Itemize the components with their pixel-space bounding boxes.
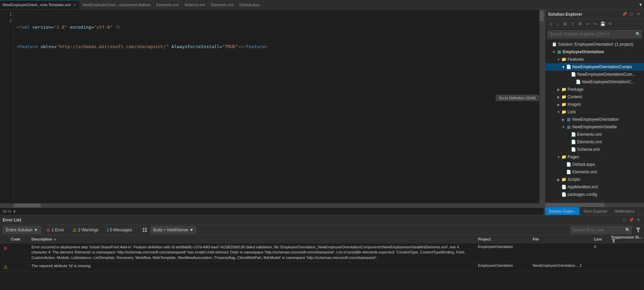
error-filter-icon-btn[interactable]	[635, 227, 641, 233]
panel-pin-btn[interactable]: 📌	[621, 11, 628, 17]
error-search-area: 🔍	[570, 226, 632, 234]
error-panel-undock-btn[interactable]: ⬡	[621, 217, 628, 223]
se-item-elements-xml-2[interactable]: 📄 Elements.xml	[545, 138, 644, 146]
warning-count-btn[interactable]: ⚠ 2 Warnings	[69, 226, 102, 234]
tab-default-aspx[interactable]: Default.aspx	[237, 0, 263, 9]
warning-desc-cell: The required attribute 'Id' is missing.	[30, 263, 477, 269]
se-item-employeeorientation[interactable]: ▼ ▦ EmployeeOrientation	[545, 48, 644, 56]
se-hscrollbar[interactable]	[545, 203, 644, 207]
se-item-lists[interactable]: ▼ 📁 Lists	[545, 108, 644, 116]
se-item-appmanifest[interactable]: 📄 AppManifest.xml	[545, 183, 644, 191]
se-label: NewEmployeeOrientationC...	[582, 79, 635, 84]
message-count-label: 0 Messages	[110, 228, 132, 232]
zoom-level[interactable]: 99 %	[3, 209, 11, 214]
se-item-newemployeeorientationcom[interactable]: 📄 NewEmployeeOrientationCom...	[545, 71, 644, 78]
folder-icon: 📁	[561, 102, 566, 107]
tab-overflow-btn[interactable]: ▼	[637, 0, 644, 9]
se-item-scripts[interactable]: ▶ 📁 Scripts	[545, 176, 644, 183]
se-item-newemployeeorientationc[interactable]: 📄 NewEmployeeOrientationC...	[545, 78, 644, 86]
col-header-code[interactable]: Code	[10, 237, 30, 241]
col-header-project[interactable]: Project	[477, 237, 531, 241]
warning-file-cell: NewEmployeeOrientation... 2	[531, 263, 593, 268]
folder-icon: 📁	[561, 57, 566, 62]
panel-undock-btn[interactable]: ⬡	[628, 11, 634, 17]
se-back-btn[interactable]: ◁	[547, 20, 554, 27]
tab-close-btn[interactable]: ✕	[72, 2, 77, 7]
error-panel-close-btn[interactable]: ✕	[635, 217, 641, 223]
line-numbers: 1 2	[0, 10, 14, 203]
col-header-line[interactable]: Line	[593, 237, 610, 241]
build-filter-dropdown[interactable]: Build + IntelliSense ▼	[151, 226, 196, 234]
se-item-newemployeesinseattle[interactable]: ▼ ▦ NewEmployeesInSeattle	[545, 123, 644, 131]
error-search-input[interactable]	[570, 226, 632, 234]
se-label: Schema.xml	[577, 147, 600, 152]
se-item-newemployeeorientation-list[interactable]: ▶ ▦ NewEmployeeOrientation	[545, 116, 644, 123]
tab-notifications[interactable]: Notifications	[611, 207, 639, 215]
error-table-header: Code Description ▲ Project File Line Sup…	[0, 235, 644, 243]
col-header-suppression[interactable]: Suppression St...	[610, 235, 644, 243]
editor-scrollbar-vertical[interactable]	[540, 10, 544, 203]
se-item-pages[interactable]: ▼ 📁 Pages	[545, 153, 644, 161]
build-filter-label: Build + IntelliSense	[153, 228, 188, 232]
message-count-btn[interactable]: ℹ 0 Messages	[104, 226, 135, 234]
se-item-default-aspx[interactable]: 📄 Default.aspx	[545, 161, 644, 168]
error-row-2[interactable]: ⚠ The required attribute 'Id' is missing…	[0, 262, 644, 272]
se-undo-btn[interactable]: ↩	[584, 20, 591, 27]
se-item-schema-xml[interactable]: 📄 Schema.xml	[545, 146, 644, 153]
se-search-input[interactable]	[547, 30, 642, 38]
se-item-newemployeeorientationcompo[interactable]: ▼ 📄 NewEmployeeOrientationCompo	[545, 63, 644, 71]
tab-schema-xml[interactable]: Schema.xml	[182, 0, 208, 9]
filter-icon	[612, 239, 615, 243]
se-home-btn[interactable]: ⌂	[554, 20, 561, 27]
build-tools-icon	[142, 227, 148, 233]
error-panel-pin-btn[interactable]: 📌	[628, 217, 634, 223]
se-item-package[interactable]: ▶ 📁 Package	[545, 86, 644, 93]
editor-hscroll[interactable]	[0, 203, 544, 207]
se-save-btn[interactable]: 💾	[599, 20, 606, 27]
se-label: Features	[568, 57, 584, 62]
se-redo-btn[interactable]: ↪	[592, 20, 599, 27]
se-item-packages-config[interactable]: 📄 packages.config	[545, 191, 644, 198]
tab-team-explorer[interactable]: Team Explorer	[580, 207, 611, 215]
error-row-1[interactable]: ⊗ Error occurred in deployment step 'Ins…	[0, 243, 644, 262]
tab-solution-explorer[interactable]: Solution Explo...	[545, 207, 580, 215]
tab-elements-xml-1[interactable]: Elements.xml	[153, 0, 182, 9]
error-filter-dropdown[interactable]: Entire Solution ▼	[3, 226, 41, 234]
zoom-dropdown-icon[interactable]: ▼	[13, 209, 16, 214]
error-panel-title: Error List	[3, 218, 21, 222]
panel-close-btn[interactable]: ✕	[635, 11, 641, 17]
tab-template-xml[interactable]: NewEmployeeOrient...ents.Template.xml ✕	[0, 0, 80, 9]
spacer	[566, 72, 571, 77]
sort-asc-icon: ▲	[54, 237, 57, 241]
col-header-file[interactable]: File	[531, 237, 593, 241]
se-item-elements-xml-1[interactable]: 📄 Elements.xml	[545, 131, 644, 138]
se-item-features[interactable]: ▼ 📁 Features	[545, 56, 644, 63]
svg-rect-2	[143, 230, 144, 232]
spacer	[566, 132, 571, 137]
se-label: Images	[568, 102, 581, 107]
se-item-solution[interactable]: 📋 Solution 'EmployeeOrientation' (1 proj…	[545, 41, 644, 48]
xml-icon: 📄	[571, 139, 576, 145]
chevron-icon	[547, 42, 551, 47]
se-gear-btn[interactable]: ⚙	[577, 20, 584, 27]
se-item-elements-pages[interactable]: 📄 Elements.xml	[545, 168, 644, 176]
spacer	[556, 185, 561, 189]
minimap-tooltip: Go to Definition (Shift)	[496, 95, 539, 101]
xml-icon: 📄	[566, 169, 571, 175]
code-editor[interactable]: <?xml version="1.0" encoding="utf-8" ?> …	[14, 10, 540, 203]
error-file-cell	[531, 244, 593, 245]
tab-elements-xml-2[interactable]: Elements.xml	[208, 0, 237, 9]
col-header-description[interactable]: Description ▲	[30, 237, 477, 241]
se-filter-btn[interactable]: ▽	[569, 20, 576, 27]
zoom-bar: 99 % ▼	[0, 207, 544, 215]
se-item-images[interactable]: ▶ 📁 Images	[545, 101, 644, 108]
se-item-content[interactable]: ▶ 📁 Content	[545, 93, 644, 101]
aspx-icon: 📄	[566, 162, 571, 167]
error-count-btn[interactable]: ⊗ 1 Error	[43, 226, 67, 234]
se-refresh-btn[interactable]: ↻	[607, 20, 614, 27]
warning-suppress-cell	[610, 263, 644, 264]
se-view-btn[interactable]: ⊞	[562, 20, 569, 27]
se-search-area: 🔍	[545, 29, 644, 40]
tab-components-feature[interactable]: NewEmployeeOrien...omponents.feature	[80, 0, 154, 9]
se-label: Elements.xml	[572, 170, 597, 174]
